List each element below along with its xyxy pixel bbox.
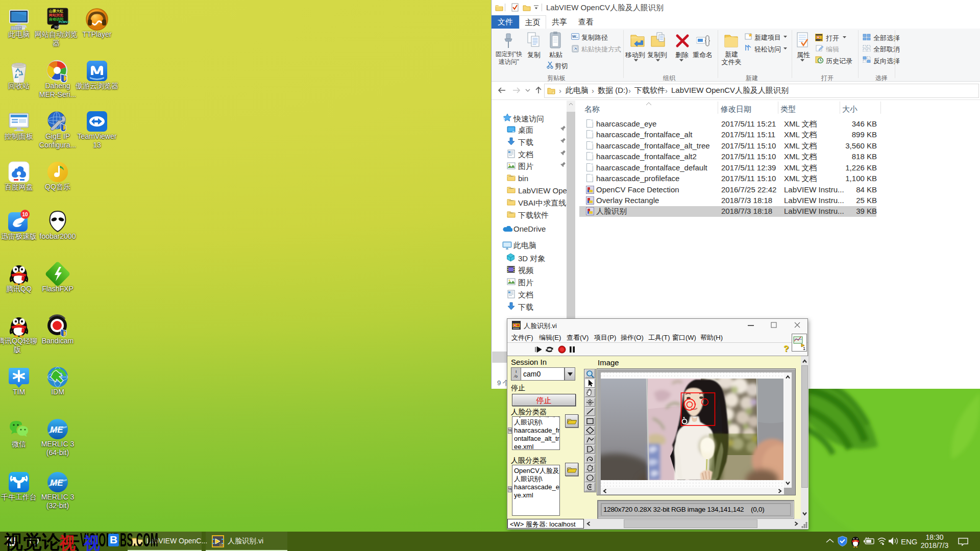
- svg-text:网站浏览: 网站浏览: [49, 13, 63, 17]
- svg-text:ME: ME: [50, 478, 63, 488]
- svg-text:W..: W..: [572, 34, 578, 39]
- svg-text:16: 16: [219, 543, 223, 546]
- svg-text:PCMV.CN: PCMV.CN: [59, 20, 70, 23]
- svg-text:16: 16: [820, 38, 823, 41]
- svg-text:山寨大红: 山寨大红: [49, 9, 63, 13]
- svg-text:ME: ME: [50, 425, 63, 435]
- svg-text:沟通: 沟通: [54, 25, 60, 29]
- svg-text:10: 10: [22, 212, 29, 217]
